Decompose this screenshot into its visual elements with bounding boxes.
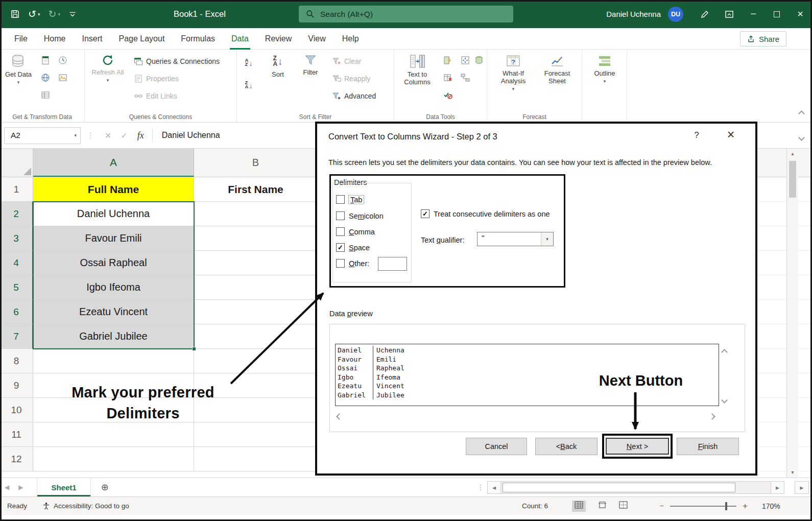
sort-button[interactable]: ZA↓ Sort bbox=[264, 54, 292, 78]
vertical-scroll-thumb[interactable] bbox=[789, 161, 796, 198]
close-button[interactable]: × bbox=[789, 0, 812, 28]
cell-b5[interactable] bbox=[194, 275, 318, 300]
tab-help[interactable]: Help bbox=[334, 28, 367, 50]
avatar[interactable]: DU bbox=[668, 7, 683, 22]
from-table-button[interactable] bbox=[40, 89, 51, 101]
from-web-button[interactable] bbox=[40, 72, 51, 83]
cancel-entry-icon[interactable]: ✕ bbox=[105, 131, 111, 140]
maximize-button[interactable] bbox=[765, 0, 789, 28]
next-sheet-icon[interactable]: ▶ bbox=[18, 484, 23, 491]
tab-view[interactable]: View bbox=[300, 28, 333, 50]
dialog-close-button[interactable]: × bbox=[723, 127, 739, 142]
zoom-slider-thumb[interactable] bbox=[725, 502, 727, 510]
cell-b4[interactable] bbox=[194, 251, 318, 275]
refresh-all-button[interactable]: Refresh All ▾ bbox=[90, 54, 126, 83]
column-header-b[interactable]: B bbox=[194, 149, 318, 177]
manage-data-model-button[interactable] bbox=[473, 55, 485, 66]
cell-b8[interactable] bbox=[194, 349, 318, 373]
get-data-button[interactable]: Get Data ▾ bbox=[3, 54, 34, 85]
cell-a12[interactable] bbox=[33, 447, 194, 471]
cell-b11[interactable] bbox=[194, 422, 318, 447]
prev-sheet-icon[interactable]: ◀ bbox=[5, 484, 9, 491]
cell-a4[interactable]: Ossai Rapheal bbox=[33, 251, 194, 275]
zoom-percentage[interactable]: 170% bbox=[762, 502, 780, 510]
preview-scroll-left-icon[interactable] bbox=[337, 412, 342, 420]
tab-formulas[interactable]: Formulas bbox=[173, 28, 223, 50]
row-header-7[interactable]: 7 bbox=[0, 324, 33, 349]
vertical-scrollbar[interactable]: ▲ ▼ bbox=[786, 149, 798, 478]
share-button[interactable]: Share bbox=[740, 31, 786, 46]
tab-data[interactable]: Data bbox=[223, 28, 257, 50]
chevron-down-icon[interactable]: ▾ bbox=[541, 232, 553, 246]
cell-b3[interactable] bbox=[194, 226, 318, 251]
tab-home[interactable]: Home bbox=[36, 28, 74, 50]
text-qualifier-dropdown[interactable]: " ▾ bbox=[477, 232, 554, 246]
cell-a7[interactable]: Gabriel Jubilee bbox=[33, 324, 194, 349]
cell-b2[interactable] bbox=[194, 202, 318, 226]
delimiter-tab-checkbox[interactable]: Tab bbox=[336, 195, 364, 204]
undo-button[interactable]: ↺▾ bbox=[28, 8, 40, 20]
horizontal-scroll-track[interactable] bbox=[501, 481, 771, 494]
from-picture-button[interactable] bbox=[57, 72, 68, 83]
search-box[interactable]: Search (Alt+Q) bbox=[299, 6, 513, 22]
page-layout-view-icon[interactable] bbox=[598, 501, 607, 511]
preview-scroll-down-icon[interactable] bbox=[722, 396, 727, 404]
delimiter-comma-checkbox[interactable]: Comma bbox=[336, 227, 375, 236]
flash-fill-button[interactable] bbox=[442, 55, 453, 66]
zoom-in-button[interactable]: + bbox=[743, 501, 748, 511]
scroll-down-icon[interactable]: ▼ bbox=[787, 470, 798, 475]
row-header-9[interactable]: 9 bbox=[0, 373, 33, 398]
dialog-help-button[interactable]: ? bbox=[690, 130, 703, 140]
cell-b1[interactable]: First Name bbox=[194, 177, 318, 202]
scroll-right-button[interactable]: ▶ bbox=[771, 481, 784, 494]
scroll-right-corner-button[interactable]: ▶ bbox=[795, 481, 809, 494]
edit-links-button[interactable]: Edit Links bbox=[134, 91, 177, 101]
advanced-filter-button[interactable]: Advanced bbox=[332, 91, 376, 101]
column-header-a[interactable]: A bbox=[33, 149, 194, 177]
zoom-slider[interactable] bbox=[670, 506, 736, 507]
reapply-button[interactable]: Reapply bbox=[332, 74, 370, 83]
recent-sources-button[interactable] bbox=[57, 55, 68, 66]
status-count[interactable]: Count: 6 bbox=[522, 502, 548, 510]
cell-a6[interactable]: Ezeatu Vincent bbox=[33, 300, 194, 324]
row-header-2[interactable]: 2 bbox=[0, 202, 33, 226]
row-header-10[interactable]: 10 bbox=[0, 398, 33, 422]
collapse-ribbon-button[interactable] bbox=[799, 109, 804, 118]
forecast-sheet-button[interactable]: Forecast Sheet bbox=[538, 54, 576, 85]
tab-page-layout[interactable]: Page Layout bbox=[110, 28, 173, 50]
what-if-analysis-button[interactable]: ? What-If Analysis ▾ bbox=[494, 54, 532, 91]
sheet-tab-sheet1[interactable]: Sheet1 bbox=[37, 478, 90, 496]
cancel-button[interactable]: Cancel bbox=[466, 438, 527, 455]
cell-a8[interactable] bbox=[33, 349, 194, 373]
cell-a11[interactable] bbox=[33, 422, 194, 447]
cell-a3[interactable]: Favour Emili bbox=[33, 226, 194, 251]
remove-duplicates-button[interactable] bbox=[442, 72, 453, 83]
properties-button[interactable]: Properties bbox=[134, 74, 179, 83]
preview-scroll-up-icon[interactable] bbox=[722, 348, 727, 356]
tab-splitter-dots[interactable]: ⋮ bbox=[477, 483, 485, 491]
outline-button[interactable]: Outline ▾ bbox=[588, 54, 621, 84]
row-header-4[interactable]: 4 bbox=[0, 251, 33, 275]
preview-scroll-right-icon[interactable] bbox=[710, 412, 714, 420]
row-header-5[interactable]: 5 bbox=[0, 275, 33, 300]
insert-function-icon[interactable]: fx bbox=[137, 130, 144, 141]
ribbon-display-options-button[interactable] bbox=[717, 10, 742, 19]
row-header-3[interactable]: 3 bbox=[0, 226, 33, 251]
ink-pen-button[interactable] bbox=[692, 10, 717, 19]
horizontal-scrollbar[interactable]: ◀ ▶ bbox=[487, 481, 784, 494]
normal-view-icon[interactable] bbox=[572, 501, 586, 512]
filter-button[interactable]: Filter bbox=[296, 54, 325, 76]
finish-button[interactable]: Finish bbox=[677, 438, 739, 455]
minimize-button[interactable]: − bbox=[742, 0, 765, 28]
cell-a1[interactable]: Full Name bbox=[33, 177, 194, 202]
delimiter-space-checkbox[interactable]: Space bbox=[336, 243, 370, 252]
customize-quick-access-button[interactable] bbox=[68, 10, 77, 18]
tab-insert[interactable]: Insert bbox=[74, 28, 110, 50]
row-header-8[interactable]: 8 bbox=[0, 349, 33, 373]
next-button[interactable]: Next > bbox=[606, 438, 669, 455]
clear-filter-button[interactable]: Clear bbox=[332, 57, 361, 66]
formula-bar-value[interactable]: Daniel Uchenna bbox=[162, 131, 220, 140]
cell-b12[interactable] bbox=[194, 447, 318, 471]
row-header-12[interactable]: 12 bbox=[0, 447, 33, 471]
other-delimiter-input[interactable] bbox=[378, 257, 407, 271]
